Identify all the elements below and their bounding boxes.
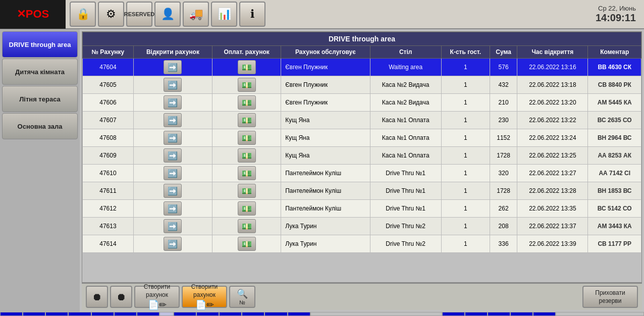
clock-area: Ср 22, Июнь 14:09:11	[596, 5, 644, 24]
cell-server: Євген Плужник	[281, 94, 370, 112]
pay-account-icon[interactable]: 💵	[238, 148, 256, 163]
cell-open-btn[interactable]: ➡️	[133, 235, 212, 253]
open-account-icon[interactable]: ➡️	[164, 219, 182, 233]
cell-pay-btn[interactable]: 💵	[212, 200, 281, 218]
cell-server: Лука Турин	[281, 235, 370, 253]
reports-button[interactable]: 📊	[211, 2, 237, 27]
table-row[interactable]: 47609 ➡️ 💵 Кущ Яна Каса №1 Оплата 1 1728…	[83, 147, 641, 165]
cell-guests: 1	[441, 147, 490, 165]
cell-sum: 1728	[490, 147, 517, 165]
pay-account-icon[interactable]: 💵	[238, 113, 256, 127]
btn-create-order1-line1: Створити	[144, 283, 171, 290]
cell-table: Каса №1 Оплата	[370, 147, 441, 165]
open-account-icon[interactable]: ➡️	[164, 95, 182, 110]
sidebar-item-kids[interactable]: Дитяча кімната	[2, 59, 78, 85]
info-button[interactable]: ℹ	[239, 2, 265, 27]
table-row[interactable]: 47606 ➡️ 💵 Євген Плужник Каса №2 Видача …	[83, 94, 641, 112]
table-row[interactable]: 47605 ➡️ 💵 Євген Плужник Каса №2 Видача …	[83, 76, 641, 94]
open-account-icon[interactable]: ➡️	[164, 237, 182, 251]
open-account-icon[interactable]: ➡️	[164, 148, 182, 163]
bottom-toolbar: ⏺ ⏺ Створити рахунок 📄✏ Створити рахунок…	[82, 283, 642, 310]
cell-open-btn[interactable]: ➡️	[133, 147, 212, 165]
pay-account-icon[interactable]: 💵	[238, 131, 256, 145]
table-row[interactable]: 47608 ➡️ 💵 Кущ Яна Каса №1 Оплата 1 1152…	[83, 129, 641, 147]
cell-comment: ВВ 4630 СК	[588, 59, 641, 76]
cell-comment: АА 7142 СІ	[588, 165, 641, 182]
pay-account-icon[interactable]: 💵	[238, 166, 256, 180]
open-account-icon[interactable]: ➡️	[164, 60, 182, 74]
cell-pay-btn[interactable]: 💵	[212, 182, 281, 200]
cell-pay-btn[interactable]: 💵	[212, 218, 281, 235]
cell-num: 47611	[83, 182, 134, 200]
table-row[interactable]: 47611 ➡️ 💵 Пантелеймон Куліш Drive Thru …	[83, 182, 641, 200]
pay-account-icon[interactable]: 💵	[238, 78, 256, 92]
table-row[interactable]: 47614 ➡️ 💵 Лука Турин Drive Thru №2 1 33…	[83, 235, 641, 253]
delivery-button[interactable]: 🚚	[183, 2, 209, 27]
btn-create-order2[interactable]: Створити рахунок 📄✏	[182, 286, 227, 308]
sidebar-item-summer[interactable]: Літня тераса	[2, 86, 78, 112]
cell-open-btn[interactable]: ➡️	[133, 112, 212, 129]
table-row[interactable]: 47607 ➡️ 💵 Кущ Яна Каса №1 Оплата 1 230 …	[83, 112, 641, 129]
cell-pay-btn[interactable]: 💵	[212, 76, 281, 94]
cell-time: 22.06.2022 13:37	[517, 218, 588, 235]
pay-account-icon[interactable]: 💵	[238, 219, 256, 233]
open-account-icon[interactable]: ➡️	[164, 201, 182, 216]
cell-pay-btn[interactable]: 💵	[212, 147, 281, 165]
cell-open-btn[interactable]: ➡️	[133, 182, 212, 200]
cell-comment: СВ 1177 РР	[588, 235, 641, 253]
user-button[interactable]: 👤	[154, 2, 181, 27]
cell-pay-btn[interactable]: 💵	[212, 112, 281, 129]
col-guests: К-сть гост.	[441, 46, 490, 59]
pay-account-icon[interactable]: 💵	[238, 95, 256, 110]
btn-search[interactable]: 🔍 №	[229, 286, 255, 308]
col-table: Стіл	[370, 46, 441, 59]
table-row[interactable]: 47613 ➡️ 💵 Лука Турин Drive Thru №2 1 20…	[83, 218, 641, 235]
cell-table: Каса №1 Оплата	[370, 112, 441, 129]
pay-account-icon[interactable]: 💵	[238, 60, 256, 74]
toolbar: 🔒 ⚙ RESERVED 👤 🚚 📊 ℹ	[66, 0, 596, 29]
pay-account-icon[interactable]: 💵	[238, 201, 256, 216]
sidebar-item-drive[interactable]: DRIVE through area	[2, 31, 78, 58]
open-account-icon[interactable]: ➡️	[164, 131, 182, 145]
cell-sum: 576	[490, 59, 517, 76]
open-account-icon[interactable]: ➡️	[164, 78, 182, 92]
cell-open-btn[interactable]: ➡️	[133, 165, 212, 182]
settings-button[interactable]: ⚙	[98, 2, 124, 27]
btn-hide-line2: резерви	[599, 297, 622, 304]
cell-open-btn[interactable]: ➡️	[133, 94, 212, 112]
table-row[interactable]: 47604 ➡️ 💵 Євген Плужник Waiting area 1 …	[83, 59, 641, 76]
btn-create-order1[interactable]: Створити рахунок 📄✏	[134, 286, 180, 308]
btn-hide-reserves[interactable]: Приховати резерви	[582, 286, 638, 308]
btn-record1[interactable]: ⏺	[86, 286, 108, 308]
cell-open-btn[interactable]: ➡️	[133, 59, 212, 76]
cell-guests: 1	[441, 59, 490, 76]
open-account-icon[interactable]: ➡️	[164, 113, 182, 127]
col-sum: Сума	[490, 46, 517, 59]
cell-pay-btn[interactable]: 💵	[212, 235, 281, 253]
cell-open-btn[interactable]: ➡️	[133, 129, 212, 147]
orders-table-container: DRIVE through area № Рахунку Відкрити ра…	[82, 31, 642, 283]
table-row[interactable]: 47612 ➡️ 💵 Пантелеймон Куліш Drive Thru …	[83, 200, 641, 218]
table-body: 47604 ➡️ 💵 Євген Плужник Waiting area 1 …	[83, 59, 641, 253]
open-account-icon[interactable]: ➡️	[164, 184, 182, 198]
cell-open-btn[interactable]: ➡️	[133, 218, 212, 235]
table-row[interactable]: 47610 ➡️ 💵 Пантелеймон Куліш Drive Thru …	[83, 165, 641, 182]
pay-account-icon[interactable]: 💵	[238, 237, 256, 251]
cell-open-btn[interactable]: ➡️	[133, 200, 212, 218]
btn-record2[interactable]: ⏺	[110, 286, 132, 308]
cell-open-btn[interactable]: ➡️	[133, 76, 212, 94]
cell-pay-btn[interactable]: 💵	[212, 59, 281, 76]
sidebar-item-main[interactable]: Основна зала	[2, 113, 78, 139]
cell-time: 22.06.2022 13:20	[517, 94, 588, 112]
cell-pay-btn[interactable]: 💵	[212, 94, 281, 112]
cell-guests: 1	[441, 200, 490, 218]
cell-pay-btn[interactable]: 💵	[212, 129, 281, 147]
pay-account-icon[interactable]: 💵	[238, 184, 256, 198]
cell-sum: 1152	[490, 129, 517, 147]
cell-time: 22.06.2022 13:22	[517, 112, 588, 129]
cell-server: Кущ Яна	[281, 147, 370, 165]
reserved-button[interactable]: RESERVED	[126, 2, 152, 27]
lock-button[interactable]: 🔒	[70, 2, 96, 27]
cell-pay-btn[interactable]: 💵	[212, 165, 281, 182]
open-account-icon[interactable]: ➡️	[164, 166, 182, 180]
